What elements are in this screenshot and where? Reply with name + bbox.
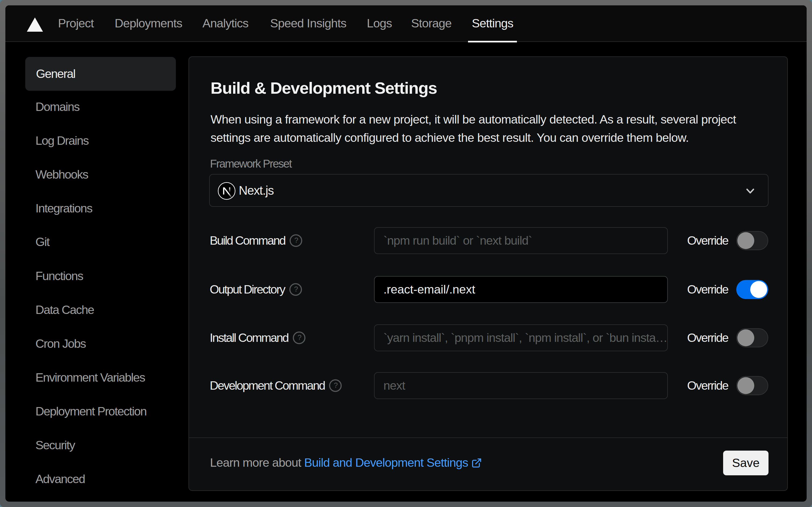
svg-text:?: ? [294, 236, 298, 244]
svg-text:?: ? [334, 381, 338, 389]
svg-text:?: ? [294, 285, 298, 293]
svg-text:?: ? [297, 334, 301, 342]
